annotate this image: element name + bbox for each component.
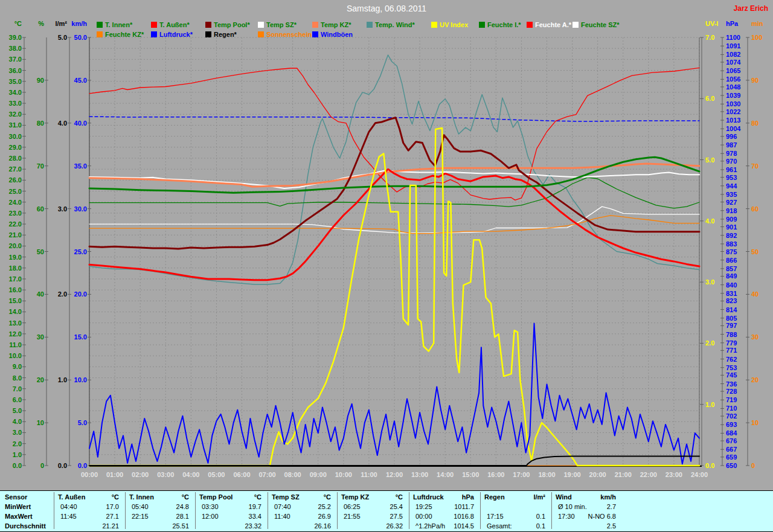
x-axis-label: 11:00 — [356, 471, 382, 478]
table-row-label: MinWert — [5, 503, 31, 511]
axis-label-pressure: 953 — [726, 174, 751, 181]
axis-label-humidity: 20 — [19, 376, 44, 383]
axis-label-pressure: 996 — [726, 133, 751, 140]
axis-label-temp-c: 2.0 — [0, 440, 22, 447]
table-sensor-unit: l/m² — [480, 493, 545, 501]
table-value-cell: 24.8 — [125, 503, 189, 511]
x-axis-label: 00:00 — [76, 471, 103, 478]
axis-label-pressure: 823 — [726, 297, 751, 304]
axis-label-pressure: 1030 — [726, 100, 751, 107]
x-axis-label: 16:00 — [483, 471, 509, 478]
x-axis-label: 22:00 — [635, 471, 662, 478]
x-axis-label: 21:00 — [610, 471, 637, 478]
table-sensor-unit: °C — [54, 493, 119, 501]
axis-label-pressure: 745 — [726, 371, 751, 379]
table-row-label: Durchschnitt — [5, 522, 46, 530]
table-value-cell: 25.4 — [337, 503, 403, 511]
axis-label-humidity: 90 — [19, 77, 44, 84]
axis-label-pressure: 978 — [726, 150, 751, 157]
table-value-cell: 1014.5 — [409, 522, 474, 530]
table-value-cell: 1011.7 — [409, 503, 474, 511]
axis-label-pressure: 883 — [726, 240, 751, 248]
axis-label-pressure: 676 — [726, 437, 751, 444]
x-axis-label: 15:00 — [457, 471, 484, 478]
axis-label-temp-c: 15.0 — [0, 297, 22, 304]
table-sensor-unit: °C — [337, 493, 403, 501]
axis-label-pressure: 987 — [726, 141, 751, 149]
x-axis-label: 14:00 — [432, 471, 458, 478]
table-value-cell: 25.51 — [125, 522, 189, 530]
table-value-cell: 28.1 — [125, 513, 189, 521]
x-axis-label: 07:00 — [254, 471, 281, 478]
axis-label-sunshine: 70 — [751, 162, 773, 170]
axis-label-pressure: 875 — [726, 248, 751, 255]
axis-label-sunshine: 0 — [751, 462, 773, 469]
axis-label-temp-c: 28.0 — [0, 155, 22, 162]
axis-unit-wind: km/h — [51, 20, 87, 27]
axis-label-pressure: 779 — [726, 339, 751, 347]
table-row-label: Sensor — [5, 493, 27, 501]
table-value-cell: 33.4 — [195, 513, 261, 521]
axis-label-pressure: 1100 — [726, 34, 751, 41]
axis-label-temp-c: 39.0 — [0, 34, 22, 41]
axis-label-humidity: 50 — [19, 248, 44, 255]
axis-label-temp-c: 7.0 — [0, 385, 22, 393]
axis-label-pressure: 659 — [726, 453, 751, 461]
table-sensor-unit: °C — [268, 493, 331, 501]
table-value-cell: 25.2 — [268, 503, 331, 511]
table-value-cell: 27.5 — [337, 513, 403, 521]
axis-label-pressure: 771 — [726, 347, 751, 354]
axis-label-temp-c: 9.0 — [0, 363, 22, 370]
axis-label-temp-c: 29.0 — [0, 144, 22, 151]
axis-label-pressure: 849 — [726, 272, 751, 280]
axis-label-wind: 45.0 — [62, 77, 87, 84]
axis-label-wind: 15.0 — [62, 333, 87, 341]
axis-label-pressure: 1048 — [726, 83, 751, 91]
axis-label-wind: 10.0 — [62, 376, 87, 383]
axis-label-temp-c: 3.0 — [0, 429, 22, 436]
axis-label-pressure: 797 — [726, 322, 751, 329]
x-axis-label: 20:00 — [585, 471, 611, 478]
weather-station-window: Samstag, 06.08.2011 Jarz Erich T. Innen*… — [0, 0, 773, 532]
axis-label-pressure: 728 — [726, 388, 751, 395]
axis-label-wind: 35.0 — [62, 162, 87, 170]
axis-label-pressure: 788 — [726, 331, 751, 338]
table-sensor-unit: °C — [195, 493, 261, 501]
axis-label-temp-c: 38.0 — [0, 45, 22, 52]
axis-label-wind: 20.0 — [62, 290, 87, 298]
axis-label-temp-c: 34.0 — [0, 89, 22, 96]
axis-label-pressure: 753 — [726, 364, 751, 371]
axis-label-pressure: 927 — [726, 199, 751, 206]
axis-label-temp-c: 37.0 — [0, 56, 22, 63]
axis-label-humidity: 0 — [19, 462, 44, 469]
axis-label-pressure: 961 — [726, 166, 751, 173]
axis-label-pressure: 762 — [726, 356, 751, 363]
x-axis-label: 05:00 — [203, 471, 229, 478]
x-axis-label: 06:00 — [229, 471, 255, 478]
weather-chart — [0, 0, 773, 490]
axis-label-temp-c: 17.0 — [0, 275, 22, 283]
axis-label-temp-c: 13.0 — [0, 319, 22, 327]
axis-label-wind: 40.0 — [62, 120, 87, 127]
axis-label-sunshine: 60 — [751, 205, 773, 213]
axis-label-pressure: 901 — [726, 223, 751, 231]
axis-label-pressure: 918 — [726, 207, 751, 214]
axis-label-pressure: 710 — [726, 405, 751, 412]
axis-label-sunshine: 80 — [751, 120, 773, 127]
axis-label-pressure: 866 — [726, 257, 751, 264]
axis-label-humidity: 10 — [19, 419, 44, 426]
axis-label-temp-c: 5.0 — [0, 407, 22, 414]
x-axis-label: 17:00 — [508, 471, 534, 478]
axis-label-temp-c: 36.0 — [0, 67, 22, 74]
axis-label-temp-c: 33.0 — [0, 100, 22, 107]
axis-label-humidity: 30 — [19, 333, 44, 341]
x-axis-label: 13:00 — [406, 471, 433, 478]
axis-label-pressure: 814 — [726, 306, 751, 313]
table-sensor-unit: °C — [125, 493, 189, 501]
axis-label-pressure: 719 — [726, 396, 751, 403]
table-value-cell: 0.1 — [480, 522, 545, 530]
axis-label-pressure: 736 — [726, 380, 751, 388]
axis-unit-pressure: hPa — [726, 20, 754, 27]
x-axis-label: 23:00 — [661, 471, 687, 478]
axis-label-humidity: 80 — [19, 120, 44, 127]
